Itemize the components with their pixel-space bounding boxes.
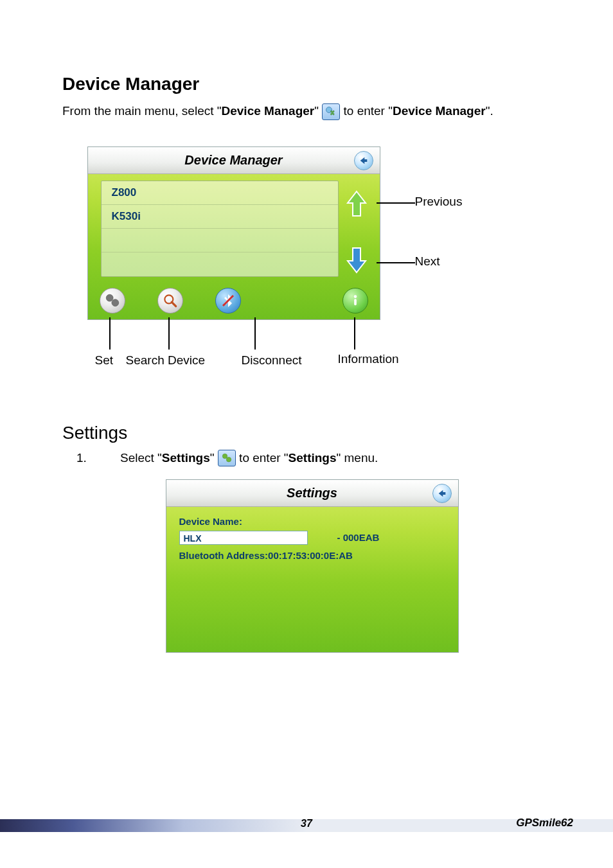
device-name-label: Device Name: [179, 516, 445, 527]
svg-rect-7 [354, 299, 357, 305]
disconnect-icon[interactable] [215, 288, 241, 314]
step-text-4: " menu. [337, 451, 378, 465]
svg-line-4 [172, 302, 176, 306]
intro-text: From the main menu, select " [62, 104, 222, 118]
device-ui-title: Device Manager [184, 153, 282, 168]
svg-point-6 [353, 295, 357, 298]
intro-bold-2: Device Manager [393, 104, 486, 118]
callout-previous-label: Previous [415, 195, 463, 208]
callout-disconnect-label: Disconnect [242, 353, 302, 367]
callout-information: Information [338, 352, 399, 366]
intro-text-2: " [314, 104, 322, 118]
callout-disconnect: Disconnect [242, 353, 302, 368]
device-manager-screenshot: Device Manager Z800 K530i [87, 146, 380, 320]
callout-information-label: Information [338, 352, 399, 366]
section-title-device-manager: Device Manager [62, 74, 562, 94]
svg-point-8 [222, 454, 227, 459]
search-icon[interactable] [157, 288, 183, 314]
device-ui-header: Device Manager [88, 147, 380, 174]
device-toolbar [88, 282, 380, 319]
svg-point-1 [106, 294, 113, 301]
callout-next: Next [415, 254, 440, 269]
back-button[interactable] [354, 151, 373, 170]
section-title-settings: Settings [62, 423, 562, 443]
device-list-item[interactable] [102, 252, 338, 276]
svg-point-2 [111, 299, 118, 306]
device-list: Z800 K530i [101, 181, 339, 277]
device-list-item[interactable]: Z800 [102, 181, 338, 205]
callout-set: Set [95, 353, 114, 368]
set-icon[interactable] [100, 288, 125, 314]
step-number: 1. [76, 448, 120, 468]
step-text-2: " [210, 451, 218, 465]
device-name-input[interactable]: HLX [179, 531, 308, 545]
page-number: 37 [301, 818, 312, 829]
settings-ui-title: Settings [287, 486, 337, 500]
device-list-item[interactable]: K530i [102, 205, 338, 229]
device-name-suffix: - 000EAB [337, 532, 380, 543]
settings-body: Device Name: HLX - 000EAB Bluetooth Addr… [166, 507, 458, 570]
settings-step-1: 1. Select "Settings" to enter "Settings"… [62, 448, 562, 468]
back-button[interactable] [432, 484, 452, 503]
callout-search-device: Search Device [126, 353, 206, 368]
intro-bold-1: Device Manager [222, 104, 315, 118]
device-manager-icon [322, 103, 340, 120]
bluetooth-address: Bluetooth Address:00:17:53:00:0E:AB [179, 550, 445, 561]
step-bold-2: Settings [289, 451, 337, 465]
callout-previous: Previous [415, 195, 463, 209]
next-button[interactable] [342, 244, 371, 276]
intro-text-3: to enter " [340, 104, 393, 118]
callout-next-label: Next [415, 254, 440, 268]
intro-paragraph: From the main menu, select "Device Manag… [62, 102, 562, 121]
step-text: Select " [120, 451, 162, 465]
settings-screenshot: Settings Device Name: HLX - 000EAB Bluet… [166, 479, 459, 653]
settings-icon [218, 450, 236, 466]
callout-search-label: Search Device [126, 353, 206, 367]
intro-text-4: ". [486, 104, 493, 118]
callout-set-label: Set [95, 353, 114, 367]
svg-point-9 [226, 457, 231, 463]
information-icon[interactable] [342, 288, 368, 314]
footer-brand: GPSmile62 [516, 817, 573, 829]
step-bold-1: Settings [162, 451, 210, 465]
settings-ui-header: Settings [166, 480, 458, 507]
step-text-3: to enter " [236, 451, 289, 465]
device-list-item[interactable] [102, 229, 338, 252]
previous-button[interactable] [342, 188, 371, 220]
